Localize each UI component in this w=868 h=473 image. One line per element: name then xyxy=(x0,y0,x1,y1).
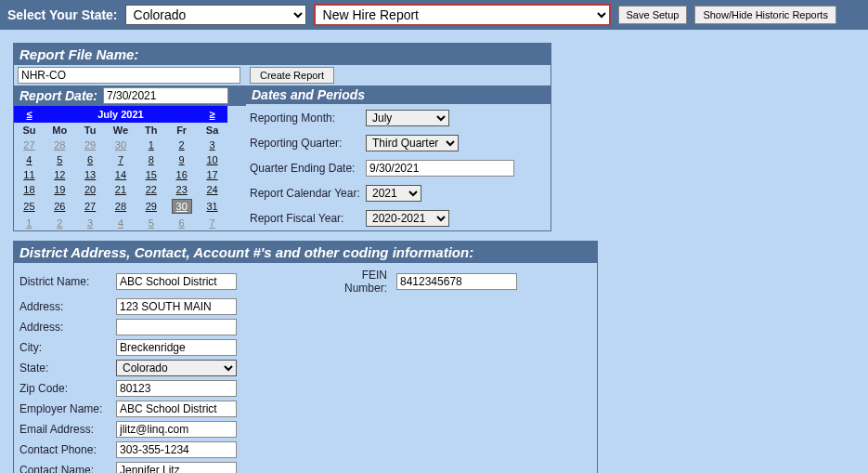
calendar-day[interactable]: 12 xyxy=(54,169,65,180)
calendar-day[interactable]: 7 xyxy=(209,217,214,229)
calendar-year-select[interactable]: 2021 xyxy=(366,185,421,202)
file-name-input[interactable] xyxy=(18,67,240,84)
zip-input[interactable] xyxy=(116,380,237,397)
calendar-day[interactable]: 29 xyxy=(146,201,157,212)
address1-label: Address: xyxy=(19,300,112,313)
calendar-day[interactable]: 11 xyxy=(23,169,34,180)
fein-input[interactable] xyxy=(396,273,517,290)
calendar-day[interactable]: 23 xyxy=(176,184,188,195)
calendar-day[interactable]: 31 xyxy=(206,201,217,212)
calendar-day[interactable]: 22 xyxy=(146,184,157,195)
calendar-day[interactable]: 5 xyxy=(149,217,154,229)
calendar-day[interactable]: 9 xyxy=(179,154,185,165)
calendar-day[interactable]: 19 xyxy=(54,184,65,195)
contact-name-label: Contact Name: xyxy=(19,464,112,473)
calendar-day[interactable]: 6 xyxy=(179,217,185,229)
fiscal-year-label: Report Fiscal Year: xyxy=(250,212,366,225)
email-label: Email Address: xyxy=(19,423,112,436)
district-name-input[interactable] xyxy=(116,273,237,290)
quarter-end-label: Quarter Ending Date: xyxy=(250,162,366,175)
calendar-dow: Fr xyxy=(166,123,197,138)
create-report-button[interactable]: Create Report xyxy=(250,67,334,84)
calendar-day[interactable]: 26 xyxy=(54,201,65,212)
file-name-header: Report File Name: xyxy=(14,44,551,65)
calendar-day[interactable]: 2 xyxy=(57,217,62,229)
calendar-year-label: Report Calendar Year: xyxy=(250,187,366,200)
email-input[interactable] xyxy=(116,421,237,438)
save-setup-button[interactable]: Save Setup xyxy=(618,6,688,24)
calendar-day[interactable]: 18 xyxy=(23,184,34,195)
district-name-label: District Name: xyxy=(19,275,112,288)
reporting-quarter-label: Reporting Quarter: xyxy=(250,137,366,150)
calendar-next[interactable]: ≥ xyxy=(210,109,215,120)
calendar-day[interactable]: 30 xyxy=(172,199,192,214)
reporting-month-select[interactable]: July xyxy=(366,110,449,126)
calendar-day[interactable]: 7 xyxy=(118,154,123,165)
calendar-day[interactable]: 2 xyxy=(179,139,185,151)
employer-name-label: Employer Name: xyxy=(19,402,112,415)
calendar-day[interactable]: 15 xyxy=(146,169,157,180)
report-date-label: Report Date: xyxy=(19,88,97,103)
reporting-month-label: Reporting Month: xyxy=(250,112,366,125)
calendar-day[interactable]: 16 xyxy=(176,169,188,180)
phone-label: Contact Phone: xyxy=(19,443,112,456)
address1-input[interactable] xyxy=(116,298,237,315)
calendar-day[interactable]: 27 xyxy=(23,139,34,151)
select-state-label: Select Your State: xyxy=(7,7,118,22)
contact-panel: District Address, Contact, Account #'s a… xyxy=(13,241,598,473)
report-file-panel: Report File Name: Create Report Report D… xyxy=(13,43,551,231)
calendar-day[interactable]: 1 xyxy=(26,217,32,229)
report-date-input[interactable] xyxy=(103,87,228,104)
fiscal-year-select[interactable]: 2020-2021 xyxy=(366,210,449,227)
calendar-day[interactable]: 10 xyxy=(206,154,217,165)
reporting-quarter-select[interactable]: Third Quarter xyxy=(366,135,459,151)
calendar-day[interactable]: 30 xyxy=(115,139,126,151)
calendar-day[interactable]: 21 xyxy=(115,184,126,195)
top-bar: Select Your State: Colorado New Hire Rep… xyxy=(0,0,868,30)
calendar-day[interactable]: 3 xyxy=(209,139,214,151)
calendar-dow: Tu xyxy=(75,123,106,138)
calendar: ≤ July 2021 ≥ SuMoTuWeThFrSa 27282930123… xyxy=(14,106,227,230)
phone-input[interactable] xyxy=(116,441,237,458)
calendar-day[interactable]: 6 xyxy=(87,154,93,165)
quarter-end-input[interactable] xyxy=(366,160,514,177)
calendar-day[interactable]: 14 xyxy=(115,169,126,180)
address2-input[interactable] xyxy=(116,319,237,335)
city-input[interactable] xyxy=(116,339,237,356)
calendar-dow: Mo xyxy=(45,123,75,138)
calendar-day[interactable]: 8 xyxy=(149,154,154,165)
calendar-title: July 2021 xyxy=(45,106,197,123)
city-label: City: xyxy=(19,341,112,354)
state-select[interactable]: Colorado xyxy=(125,5,306,25)
calendar-day[interactable]: 13 xyxy=(84,169,96,180)
calendar-day[interactable]: 17 xyxy=(206,169,217,180)
contact-name-input[interactable] xyxy=(116,462,237,473)
report-date-header: Report Date: xyxy=(14,85,246,106)
state-label: State: xyxy=(19,361,112,374)
calendar-day[interactable]: 4 xyxy=(26,154,32,165)
calendar-day[interactable]: 4 xyxy=(118,217,123,229)
calendar-dow: Su xyxy=(14,123,45,138)
address2-label: Address: xyxy=(19,321,112,334)
calendar-day[interactable]: 24 xyxy=(206,184,217,195)
calendar-day[interactable]: 3 xyxy=(87,217,93,229)
calendar-prev[interactable]: ≤ xyxy=(26,109,32,120)
calendar-day[interactable]: 29 xyxy=(84,139,96,151)
dates-periods-header: Dates and Periods xyxy=(246,85,551,104)
calendar-day[interactable]: 28 xyxy=(115,201,126,212)
calendar-dow: Sa xyxy=(197,123,227,138)
calendar-day[interactable]: 28 xyxy=(54,139,65,151)
calendar-day[interactable]: 20 xyxy=(84,184,96,195)
calendar-dow: We xyxy=(106,123,136,138)
employer-name-input[interactable] xyxy=(116,401,237,417)
calendar-day[interactable]: 5 xyxy=(57,154,62,165)
contact-header: District Address, Contact, Account #'s a… xyxy=(14,242,597,263)
fein-label: FEIN Number: xyxy=(318,269,393,295)
contact-state-select[interactable]: Colorado xyxy=(116,360,237,376)
toggle-historic-button[interactable]: Show/Hide Historic Reports xyxy=(694,6,836,24)
calendar-day[interactable]: 25 xyxy=(23,201,34,212)
report-type-select[interactable]: New Hire Report xyxy=(314,4,611,26)
calendar-day[interactable]: 27 xyxy=(84,201,96,212)
zip-label: Zip Code: xyxy=(19,382,112,395)
calendar-day[interactable]: 1 xyxy=(149,139,154,151)
